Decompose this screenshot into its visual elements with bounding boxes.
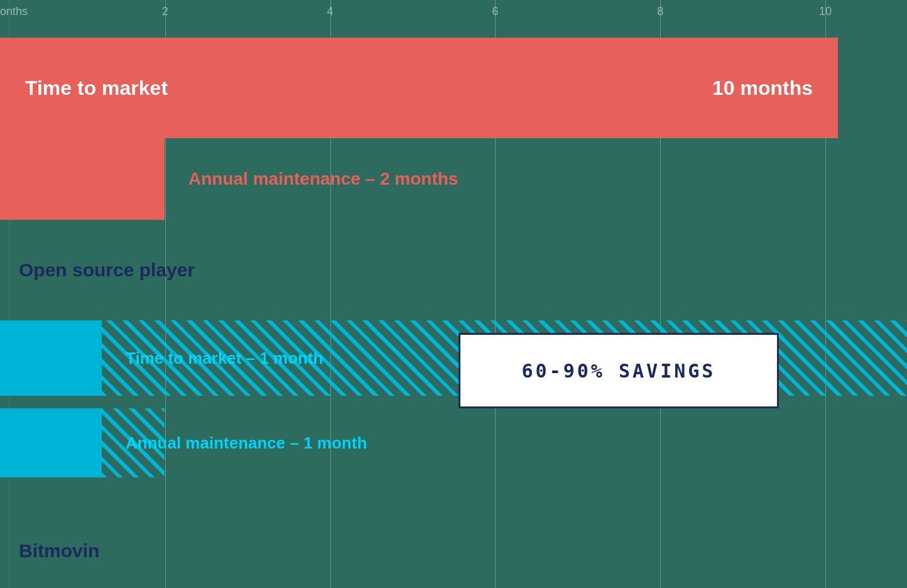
- month-label-10: 10: [819, 5, 832, 18]
- ttm-label-right: 10 months: [712, 77, 813, 100]
- row-time-to-market: Time to market 10 months: [0, 38, 907, 138]
- row-bitmovin-annual: Annual maintenance – 1 month: [0, 408, 907, 477]
- bitmovin-annual-label: Annual maintenance – 1 month: [126, 433, 367, 453]
- month-label-2: 2: [162, 5, 168, 18]
- bar-blue-annual: [0, 408, 102, 477]
- month-label-6: 6: [492, 5, 498, 18]
- row-annual-open-source: Annual maintenance – 2 months: [0, 138, 907, 220]
- savings-text: 60-90% SAVINGS: [522, 360, 716, 382]
- month-label-4: 4: [327, 5, 334, 18]
- bar-blue-ttm: [0, 320, 102, 396]
- month-label-8: 8: [657, 5, 663, 18]
- bar-red-partial: [0, 138, 165, 220]
- chart-container: months 2 4 6 8 10 Time to market 10 mont…: [0, 0, 907, 588]
- annual-label: Annual maintenance – 2 months: [188, 169, 458, 189]
- bitmovin-label: Bitmovin: [19, 540, 99, 562]
- month-labels: months 2 4 6 8 10: [0, 5, 907, 30]
- savings-box: 60-90% SAVINGS: [459, 333, 779, 408]
- bitmovin-ttm-label: Time to market – 1 month: [126, 349, 323, 368]
- row-open-source-player: Open source player: [0, 239, 907, 302]
- month-label-0: months: [0, 5, 28, 18]
- ttm-label-left: Time to market: [25, 77, 168, 100]
- bar-red-full: Time to market 10 months: [0, 38, 838, 138]
- row-bitmovin-label: Bitmovin: [0, 540, 907, 584]
- open-source-player-label: Open source player: [19, 259, 195, 281]
